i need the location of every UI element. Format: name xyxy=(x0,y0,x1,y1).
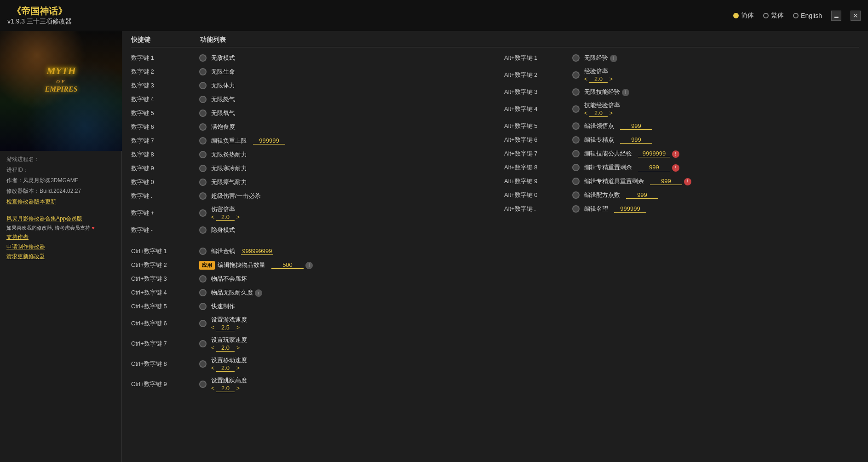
value-input[interactable] xyxy=(253,137,285,144)
info-badge[interactable]: i xyxy=(610,55,617,62)
hotkey-label: Ctrl+数字键 8 xyxy=(131,360,199,368)
toggle-dot[interactable] xyxy=(572,88,580,96)
game-process-row: 游戏进程名： xyxy=(6,156,115,163)
mult-decrease-button[interactable]: < xyxy=(211,345,214,351)
toggle-dot[interactable] xyxy=(572,71,580,79)
mult-decrease-button[interactable]: < xyxy=(211,365,214,371)
toggle-dot[interactable] xyxy=(572,150,580,157)
table-row: Alt+数字键 9编辑专精道具重置剩余 ! xyxy=(504,174,859,188)
mult-decrease-button[interactable]: < xyxy=(211,324,214,331)
make-link[interactable]: 申请制作修改器 xyxy=(6,243,115,251)
toggle-dot[interactable] xyxy=(572,54,580,62)
toggle-dot[interactable] xyxy=(199,82,207,89)
mult-decrease-button[interactable]: < xyxy=(211,214,214,220)
toggle-dot[interactable] xyxy=(572,178,580,185)
table-row: Alt+数字键 3无限技能经验i xyxy=(504,85,859,99)
value-input[interactable] xyxy=(650,178,682,185)
mult-increase-button[interactable]: > xyxy=(609,76,613,82)
mult-increase-button[interactable]: > xyxy=(609,110,613,116)
value-input[interactable] xyxy=(241,248,273,255)
minimize-button[interactable]: 🗕 xyxy=(831,11,841,21)
multiplier-control: <2.0> xyxy=(584,75,859,83)
sidebar: MYTH OF EMPIRES 游戏进程名： 进程ID： 作者：风灵月影@3DM… xyxy=(0,31,122,462)
toggle-dot[interactable] xyxy=(199,68,207,75)
check-update-link[interactable]: 检查修改器版本更新 xyxy=(6,198,115,206)
toggle-dot[interactable] xyxy=(199,320,207,327)
value-input[interactable] xyxy=(638,164,670,171)
table-row: 数字键 1无敌模式 xyxy=(131,51,486,65)
close-button[interactable]: ✕ xyxy=(851,11,861,21)
value-input[interactable] xyxy=(620,136,652,144)
value-input[interactable] xyxy=(614,205,646,213)
toggle-dot[interactable] xyxy=(572,191,580,199)
value-input[interactable] xyxy=(638,150,670,157)
toggle-dot[interactable] xyxy=(572,122,580,130)
info-badge[interactable]: i xyxy=(305,262,313,269)
toggle-dot[interactable] xyxy=(199,248,207,255)
toggle-dot[interactable] xyxy=(199,123,207,131)
app-link[interactable]: 风灵月影修改器合集App会员版 xyxy=(6,215,115,223)
toggle-dot[interactable] xyxy=(199,54,207,62)
toggle-dot[interactable] xyxy=(572,164,580,171)
toggle-dot[interactable] xyxy=(199,110,207,117)
mult-decrease-button[interactable]: < xyxy=(211,385,214,392)
table-row: Alt+数字键 4技能经验倍率 <2.0> xyxy=(504,99,859,119)
hotkey-label: Alt+数字键 0 xyxy=(504,191,572,199)
apply-button[interactable]: 应用 xyxy=(199,261,215,270)
hotkey-label: Alt+数字键 2 xyxy=(504,71,572,79)
feature-name-label: 编辑专精道具重置剩余 ! xyxy=(584,177,859,185)
toggle-dot[interactable] xyxy=(199,381,207,388)
toggle-dot[interactable] xyxy=(199,303,207,310)
mult-increase-button[interactable]: > xyxy=(236,214,240,220)
info-badge[interactable]: i xyxy=(255,289,262,297)
value-input[interactable] xyxy=(620,122,652,130)
multiplier-control: <2.0> xyxy=(211,364,486,372)
update-link[interactable]: 请求更新修改器 xyxy=(6,253,115,260)
toggle-dot[interactable] xyxy=(199,192,207,200)
toggle-dot[interactable] xyxy=(199,209,207,217)
hotkey-label: 数字键 9 xyxy=(131,164,199,173)
toggle-dot[interactable] xyxy=(199,165,207,172)
toggle-dot[interactable] xyxy=(199,340,207,347)
feature-name-label: 无限技能经验i xyxy=(584,88,859,96)
table-row: 数字键 -隐身模式 xyxy=(131,223,486,237)
value-input[interactable] xyxy=(626,191,658,199)
value-input[interactable] xyxy=(271,261,304,269)
table-row: Alt+数字键 6编辑专精点 xyxy=(504,133,859,147)
toggle-dot[interactable] xyxy=(199,360,207,368)
toggle-dot[interactable] xyxy=(199,137,207,144)
hotkey-label: Alt+数字键 4 xyxy=(504,105,572,113)
lang-simplified[interactable]: 简体 xyxy=(733,12,754,20)
mult-increase-button[interactable]: > xyxy=(236,324,240,331)
feature-name-label: 编辑技能公共经验 ! xyxy=(584,150,859,158)
info-badge[interactable]: i xyxy=(622,89,629,96)
toggle-dot[interactable] xyxy=(199,151,207,158)
feature-name-label: 无限瘴气耐力 xyxy=(211,178,486,186)
toggle-dot[interactable] xyxy=(572,105,580,113)
toggle-dot[interactable] xyxy=(199,275,207,283)
hotkey-label: Alt+数字键 6 xyxy=(504,136,572,144)
mult-decrease-button[interactable]: < xyxy=(584,110,587,116)
toggle-dot[interactable] xyxy=(199,289,207,296)
mult-decrease-button[interactable]: < xyxy=(584,76,587,82)
toggle-dot[interactable] xyxy=(572,136,580,144)
toggle-dot[interactable] xyxy=(199,226,207,234)
lang-english-radio xyxy=(793,13,799,18)
toggle-dot[interactable] xyxy=(199,179,207,186)
feature-name-label: 编辑金钱 xyxy=(211,247,486,255)
game-logo-overlay: MYTH OF EMPIRES xyxy=(15,60,107,98)
hotkey-label: 数字键 2 xyxy=(131,68,199,76)
table-row: Ctrl+数字键 1编辑金钱 xyxy=(131,244,486,258)
lang-traditional[interactable]: 繁体 xyxy=(763,12,784,20)
mult-increase-button[interactable]: > xyxy=(236,365,240,371)
support-link[interactable]: 支持作者 xyxy=(6,233,115,241)
toggle-dot[interactable] xyxy=(572,205,580,213)
mult-increase-button[interactable]: > xyxy=(236,385,240,392)
svg-text:EMPIRES: EMPIRES xyxy=(44,85,77,93)
feature-name-label: 编辑拖拽物品数量 i xyxy=(218,261,486,269)
lang-english[interactable]: English xyxy=(793,12,822,19)
toggle-dot[interactable] xyxy=(199,96,207,103)
mult-increase-button[interactable]: > xyxy=(236,345,240,351)
mult-value-display: 2.0 xyxy=(589,75,608,83)
hotkey-label: 数字键 1 xyxy=(131,54,199,62)
